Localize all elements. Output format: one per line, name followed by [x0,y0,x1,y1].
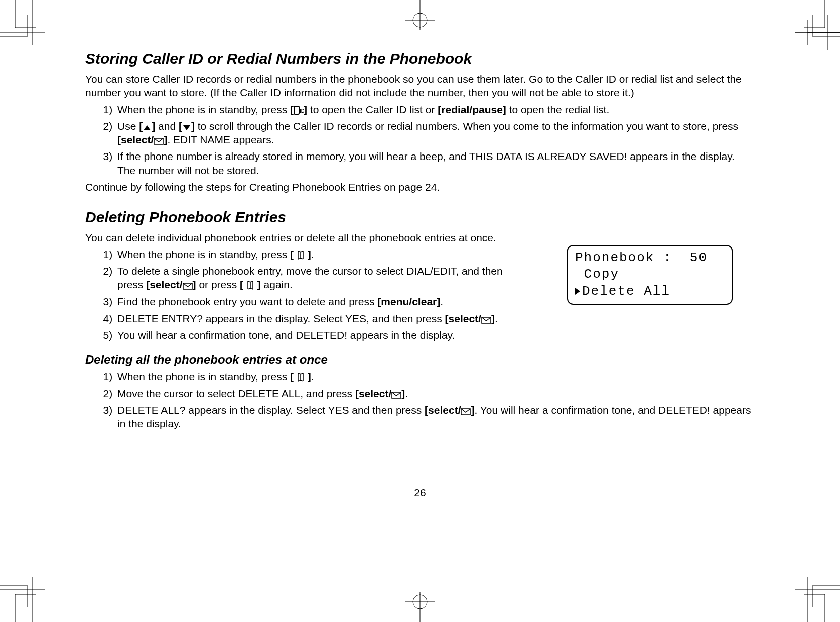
select-button-ref-1: [select/] [117,134,167,145]
heading-storing: Storing Caller ID or Redial Numbers in t… [85,50,753,67]
heading-deleting: Deleting Phonebook Entries [85,209,753,226]
down-button-ref: [] [179,120,195,132]
phonebook-button-ref-1: [ ] [290,249,311,260]
svg-marker-40 [183,125,190,130]
deleting-step-1: When the phone is in standby, press [ ]. [115,248,527,261]
storing-step-3: If the phone number is already stored in… [115,149,753,177]
deleting-step-5: You will hear a confirmation tone, and D… [115,328,527,342]
delete-all-steps: When the phone is in standby, press [ ].… [85,370,753,430]
page-content: Storing Caller ID or Redial Numbers in t… [85,50,753,434]
svg-text:ID: ID [300,108,304,114]
para-storing-intro: You can store Caller ID records or redia… [85,72,753,100]
page-number: 26 [414,487,426,499]
select-button-ref-4: [select/] [355,388,405,399]
phonebook-button-ref-2: [ ] [240,279,261,290]
para-deleting-intro: You can delete individual phonebook entr… [85,231,753,244]
envelope-icon [154,138,164,145]
delete-all-step-3: DELETE ALL? appears in the display. Sele… [115,403,753,431]
storing-step-1: When the phone is in standby, press [ID]… [115,103,753,116]
lcd-line-2: Copy [575,266,725,283]
deleting-step-2: To delete a single phonebook entry, move… [115,264,527,292]
caller-id-icon: ID [294,106,304,115]
envelope-icon [461,408,471,415]
svg-rect-37 [294,106,299,114]
registration-top [405,0,435,30]
up-button-ref: [] [139,120,155,132]
up-arrow-icon [143,124,152,131]
deleting-step-3: Find the phonebook entry you want to del… [115,295,527,308]
envelope-icon [391,392,401,399]
deleting-step-4: DELETE ENTRY? appears in the display. Se… [115,312,527,325]
phonebook-button-ref-3: [ ] [290,371,311,382]
delete-all-step-2: Move the cursor to select DELETE ALL, an… [115,387,753,400]
lcd-line-1: Phonebook : 50 [575,250,725,267]
cursor-pointer-icon [575,288,580,295]
phonebook-icon [297,251,305,260]
deleting-steps: When the phone is in standby, press [ ].… [85,248,527,342]
lcd-line-3: Delete All [575,283,725,300]
redial-pause-button-ref: [redial/pause] [438,104,506,115]
phonebook-icon [297,373,305,382]
down-arrow-icon [182,124,191,131]
select-button-ref-5: [select/] [425,404,474,416]
envelope-icon [183,283,193,290]
svg-marker-39 [144,125,151,130]
storing-step-2: Use [] and [] to scroll through the Call… [115,119,753,147]
phonebook-icon [246,281,254,290]
storing-steps: When the phone is in standby, press [ID]… [85,103,753,177]
cid-button-ref: [ID] [290,104,307,115]
registration-bottom [405,592,435,622]
delete-all-step-1: When the phone is in standby, press [ ]. [115,370,753,383]
select-button-ref-2: [select/] [146,279,196,290]
para-storing-outro: Continue by following the steps for Crea… [85,180,753,194]
menu-clear-button-ref: [menu/clear] [377,296,440,307]
lcd-illustration: Phonebook : 50 Copy Delete All [567,245,733,305]
select-button-ref-3: [select/] [445,313,495,324]
heading-delete-all: Deleting all the phonebook entries at on… [85,353,753,367]
envelope-icon [481,317,491,324]
